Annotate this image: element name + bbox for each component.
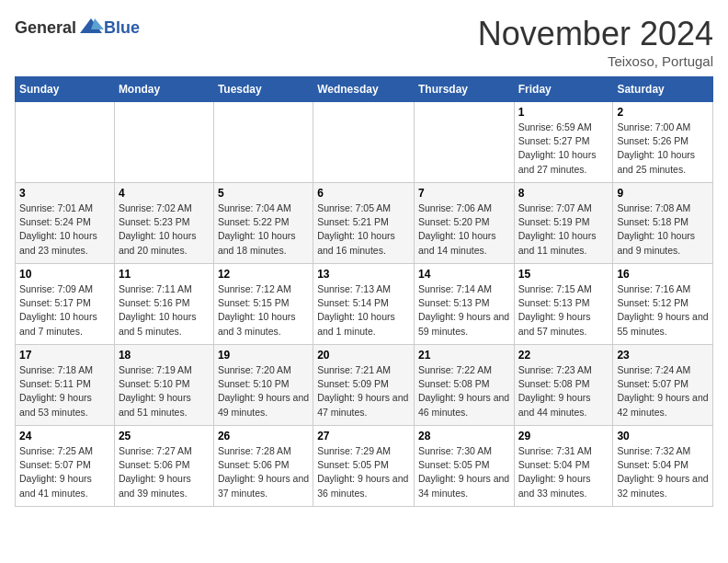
day-info: Sunrise: 7:14 AM Sunset: 5:13 PM Dayligh… (418, 282, 510, 339)
day-info: Sunrise: 7:23 AM Sunset: 5:08 PM Dayligh… (518, 363, 609, 419)
day-info: Sunrise: 7:29 AM Sunset: 5:05 PM Dayligh… (317, 444, 410, 500)
day-number: 8 (518, 187, 609, 200)
day-number: 18 (119, 349, 210, 362)
calendar-cell: 15Sunrise: 7:15 AM Sunset: 5:13 PM Dayli… (514, 264, 613, 345)
day-number: 30 (617, 430, 709, 442)
week-row-2: 10Sunrise: 7:09 AM Sunset: 5:17 PM Dayli… (16, 264, 713, 345)
day-info: Sunrise: 7:30 AM Sunset: 5:05 PM Dayligh… (418, 444, 510, 500)
calendar-cell: 8Sunrise: 7:07 AM Sunset: 5:19 PM Daylig… (514, 183, 613, 264)
day-info: Sunrise: 7:05 AM Sunset: 5:21 PM Dayligh… (317, 201, 410, 258)
calendar-cell: 12Sunrise: 7:12 AM Sunset: 5:15 PM Dayli… (213, 264, 313, 345)
title-block: November 2024 Teixoso, Portugal (478, 15, 713, 69)
day-info: Sunrise: 7:15 AM Sunset: 5:13 PM Dayligh… (518, 282, 609, 339)
day-number: 10 (19, 268, 110, 281)
calendar-cell: 13Sunrise: 7:13 AM Sunset: 5:14 PM Dayli… (313, 264, 415, 345)
day-info: Sunrise: 7:20 AM Sunset: 5:10 PM Dayligh… (218, 363, 309, 419)
day-number: 13 (317, 268, 410, 281)
day-number: 6 (317, 187, 410, 200)
calendar-cell (414, 102, 514, 183)
calendar-cell: 29Sunrise: 7:31 AM Sunset: 5:04 PM Dayli… (514, 426, 613, 507)
week-row-4: 24Sunrise: 7:25 AM Sunset: 5:07 PM Dayli… (16, 426, 713, 507)
calendar-cell: 6Sunrise: 7:05 AM Sunset: 5:21 PM Daylig… (313, 183, 415, 264)
logo-text-blue: Blue (104, 18, 140, 38)
weekday-header-tuesday: Tuesday (213, 77, 313, 102)
calendar-cell: 20Sunrise: 7:21 AM Sunset: 5:09 PM Dayli… (313, 345, 415, 426)
weekday-header-sunday: Sunday (16, 77, 115, 102)
month-title: November 2024 (478, 15, 713, 53)
calendar-cell: 25Sunrise: 7:27 AM Sunset: 5:06 PM Dayli… (114, 426, 213, 507)
day-number: 21 (418, 349, 510, 362)
day-number: 9 (617, 187, 709, 200)
day-info: Sunrise: 7:04 AM Sunset: 5:22 PM Dayligh… (218, 201, 309, 258)
calendar-cell: 14Sunrise: 7:14 AM Sunset: 5:13 PM Dayli… (414, 264, 514, 345)
day-number: 12 (218, 268, 309, 281)
calendar-cell: 16Sunrise: 7:16 AM Sunset: 5:12 PM Dayli… (613, 264, 713, 345)
day-info: Sunrise: 7:19 AM Sunset: 5:10 PM Dayligh… (119, 363, 210, 419)
day-info: Sunrise: 7:12 AM Sunset: 5:15 PM Dayligh… (218, 282, 309, 339)
calendar-cell: 1Sunrise: 6:59 AM Sunset: 5:27 PM Daylig… (514, 102, 613, 183)
svg-marker-1 (91, 18, 104, 29)
day-number: 14 (418, 268, 510, 281)
calendar-cell: 17Sunrise: 7:18 AM Sunset: 5:11 PM Dayli… (16, 345, 115, 426)
calendar-cell: 19Sunrise: 7:20 AM Sunset: 5:10 PM Dayli… (213, 345, 313, 426)
calendar-cell: 9Sunrise: 7:08 AM Sunset: 5:18 PM Daylig… (613, 183, 713, 264)
calendar-cell: 28Sunrise: 7:30 AM Sunset: 5:05 PM Dayli… (414, 426, 514, 507)
day-number: 25 (119, 430, 210, 442)
day-number: 1 (518, 106, 609, 119)
calendar-cell: 22Sunrise: 7:23 AM Sunset: 5:08 PM Dayli… (514, 345, 613, 426)
calendar-cell (114, 102, 213, 183)
day-info: Sunrise: 7:13 AM Sunset: 5:14 PM Dayligh… (317, 282, 410, 339)
calendar-cell: 18Sunrise: 7:19 AM Sunset: 5:10 PM Dayli… (114, 345, 213, 426)
day-number: 23 (617, 349, 709, 362)
calendar-cell: 4Sunrise: 7:02 AM Sunset: 5:23 PM Daylig… (114, 183, 213, 264)
day-info: Sunrise: 7:24 AM Sunset: 5:07 PM Dayligh… (617, 363, 709, 419)
day-info: Sunrise: 7:16 AM Sunset: 5:12 PM Dayligh… (617, 282, 709, 339)
calendar-cell: 24Sunrise: 7:25 AM Sunset: 5:07 PM Dayli… (16, 426, 115, 507)
day-info: Sunrise: 7:07 AM Sunset: 5:19 PM Dayligh… (518, 201, 609, 258)
day-number: 17 (19, 349, 110, 362)
day-number: 22 (518, 349, 609, 362)
weekday-header-monday: Monday (114, 77, 213, 102)
calendar-cell: 10Sunrise: 7:09 AM Sunset: 5:17 PM Dayli… (16, 264, 115, 345)
page-header: General Blue November 2024 Teixoso, Port… (15, 15, 713, 69)
calendar-cell (213, 102, 313, 183)
calendar-cell: 2Sunrise: 7:00 AM Sunset: 5:26 PM Daylig… (613, 102, 713, 183)
day-number: 20 (317, 349, 410, 362)
week-row-3: 17Sunrise: 7:18 AM Sunset: 5:11 PM Dayli… (16, 345, 713, 426)
day-number: 5 (218, 187, 309, 200)
day-number: 7 (418, 187, 510, 200)
day-info: Sunrise: 7:09 AM Sunset: 5:17 PM Dayligh… (19, 282, 110, 339)
day-info: Sunrise: 7:27 AM Sunset: 5:06 PM Dayligh… (119, 444, 210, 500)
calendar-cell: 3Sunrise: 7:01 AM Sunset: 5:24 PM Daylig… (16, 183, 115, 264)
day-number: 15 (518, 268, 609, 281)
day-number: 19 (218, 349, 309, 362)
day-number: 16 (617, 268, 709, 281)
day-info: Sunrise: 7:28 AM Sunset: 5:06 PM Dayligh… (218, 444, 309, 500)
day-number: 11 (119, 268, 210, 281)
weekday-header-friday: Friday (514, 77, 613, 102)
weekday-header-row: SundayMondayTuesdayWednesdayThursdayFrid… (16, 77, 713, 102)
day-info: Sunrise: 7:22 AM Sunset: 5:08 PM Dayligh… (418, 363, 510, 419)
day-number: 24 (19, 430, 110, 442)
day-number: 3 (19, 187, 110, 200)
day-number: 27 (317, 430, 410, 442)
logo-icon (78, 15, 104, 40)
calendar-cell: 5Sunrise: 7:04 AM Sunset: 5:22 PM Daylig… (213, 183, 313, 264)
day-number: 4 (119, 187, 210, 200)
calendar-cell: 21Sunrise: 7:22 AM Sunset: 5:08 PM Dayli… (414, 345, 514, 426)
day-info: Sunrise: 7:25 AM Sunset: 5:07 PM Dayligh… (19, 444, 110, 500)
weekday-header-saturday: Saturday (613, 77, 713, 102)
day-info: Sunrise: 7:32 AM Sunset: 5:04 PM Dayligh… (617, 444, 709, 500)
calendar-cell: 27Sunrise: 7:29 AM Sunset: 5:05 PM Dayli… (313, 426, 415, 507)
calendar-cell: 26Sunrise: 7:28 AM Sunset: 5:06 PM Dayli… (213, 426, 313, 507)
day-info: Sunrise: 7:02 AM Sunset: 5:23 PM Dayligh… (119, 201, 210, 258)
day-info: Sunrise: 7:01 AM Sunset: 5:24 PM Dayligh… (19, 201, 110, 258)
day-info: Sunrise: 7:00 AM Sunset: 5:26 PM Dayligh… (617, 121, 709, 177)
logo-text-general: General (15, 18, 76, 38)
weekday-header-wednesday: Wednesday (313, 77, 415, 102)
logo: General Blue (15, 15, 140, 40)
calendar-cell: 11Sunrise: 7:11 AM Sunset: 5:16 PM Dayli… (114, 264, 213, 345)
day-number: 26 (218, 430, 309, 442)
calendar-cell: 30Sunrise: 7:32 AM Sunset: 5:04 PM Dayli… (613, 426, 713, 507)
week-row-1: 3Sunrise: 7:01 AM Sunset: 5:24 PM Daylig… (16, 183, 713, 264)
